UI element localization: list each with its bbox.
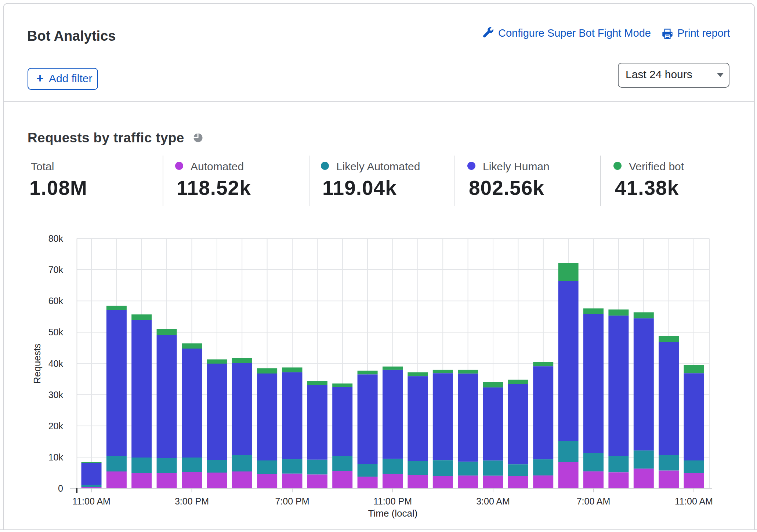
svg-text:3:00 AM: 3:00 AM	[476, 496, 510, 506]
svg-text:7:00 PM: 7:00 PM	[275, 496, 309, 506]
svg-text:11:00 AM: 11:00 AM	[675, 496, 713, 506]
svg-text:0: 0	[58, 483, 63, 493]
svg-text:30k: 30k	[48, 390, 64, 400]
svg-text:70k: 70k	[48, 265, 64, 275]
svg-text:11:00 PM: 11:00 PM	[373, 496, 412, 506]
svg-text:40k: 40k	[48, 358, 64, 369]
svg-text:Time (local): Time (local)	[368, 508, 418, 519]
svg-text:20k: 20k	[48, 421, 64, 431]
svg-text:3:00 PM: 3:00 PM	[175, 496, 209, 506]
svg-text:80k: 80k	[48, 233, 64, 244]
svg-text:7:00 AM: 7:00 AM	[577, 496, 611, 506]
svg-text:50k: 50k	[48, 327, 64, 337]
svg-text:10k: 10k	[48, 452, 64, 462]
svg-text:60k: 60k	[48, 296, 64, 306]
svg-text:Requests: Requests	[32, 343, 43, 384]
svg-text:11:00 AM: 11:00 AM	[72, 496, 111, 506]
